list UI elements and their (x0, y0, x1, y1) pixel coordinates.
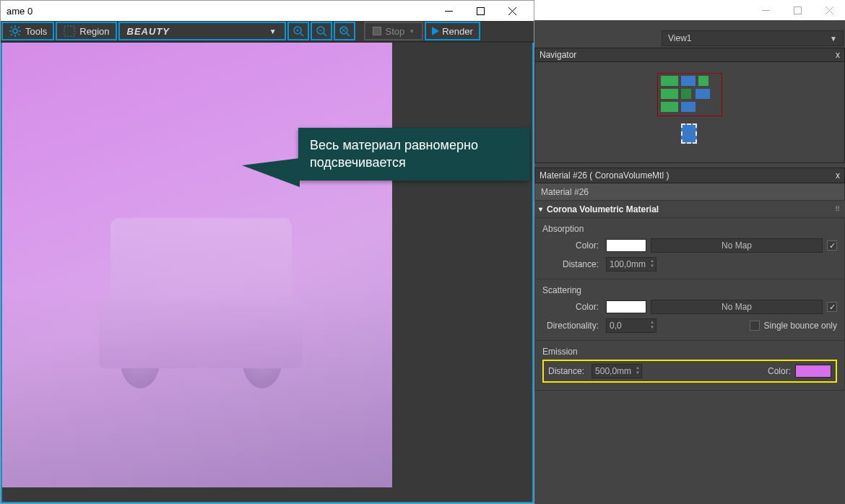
callout-line1: Весь материал равномерно (310, 136, 518, 154)
minimize-button[interactable] (433, 1, 464, 21)
chevron-down-icon: ▼ (409, 28, 415, 35)
emiss-dist-label: Distance: (548, 366, 587, 376)
svg-point-4 (13, 29, 17, 33)
region-label: Region (79, 26, 109, 37)
rollout-body: Absorption Color: No Map Distance: 100,0… (534, 218, 845, 391)
abs-dist-label: Distance: (542, 259, 602, 269)
zoom-in-button[interactable] (287, 22, 309, 40)
callout-line2: подсвечивается (310, 154, 518, 171)
material-name: Material #26 (541, 187, 589, 197)
region-button[interactable]: Region (56, 22, 116, 40)
close-icon[interactable]: x (836, 50, 840, 60)
emission-highlight-box: Distance: 500,0mm ▲▼ Color: (542, 360, 837, 383)
minimize-button[interactable] (750, 0, 781, 20)
scat-map-check[interactable] (827, 302, 837, 312)
navigator-title: Navigator (540, 50, 576, 60)
svg-line-11 (18, 27, 20, 28)
render-label: Render (442, 26, 473, 37)
chevron-down-icon: ▼ (830, 35, 837, 43)
abs-color-label: Color: (542, 240, 602, 251)
gear-icon (9, 25, 22, 38)
rollout-header[interactable]: Corona Volumetric Material ⠿ (534, 201, 845, 218)
svg-line-10 (18, 34, 20, 35)
rollout-title: Corona Volumetric Material (547, 204, 659, 214)
view-label: View1 (668, 33, 691, 43)
emiss-dist-spinner[interactable]: 500,0mm ▲▼ (592, 364, 642, 378)
tools-label: Tools (25, 26, 47, 37)
channel-select[interactable]: BEAUTY ▼ (118, 22, 286, 40)
play-icon (432, 27, 439, 35)
viewport-area: Весь материал равномерно подсвечивается (1, 43, 534, 503)
emiss-color-swatch[interactable] (795, 365, 831, 378)
material-editor-window: View1 ▼ Navigator x Material #26 ( Coron… (534, 0, 845, 504)
scat-color-swatch[interactable] (606, 300, 646, 313)
navigator-panel[interactable] (534, 62, 845, 163)
abs-map-button[interactable]: No Map (651, 238, 823, 253)
material-name-row: Material #26 (534, 183, 845, 201)
medit-titlebar (534, 0, 845, 20)
stop-label: Stop (386, 26, 405, 37)
scat-map-button[interactable]: No Map (651, 300, 823, 314)
vfb-titlebar: ame 0 (1, 1, 534, 21)
svg-line-9 (11, 27, 12, 28)
material-header-text: Material #26 ( CoronaVolumeMtl ) (540, 170, 669, 181)
close-button[interactable] (496, 1, 528, 21)
vfb-title-text: ame 0 (6, 6, 32, 17)
abs-dist-spinner[interactable]: 100,0mm ▲▼ (606, 257, 656, 271)
stop-button[interactable]: Stop ▼ (364, 22, 424, 40)
svg-line-19 (324, 33, 326, 36)
zoom-group (287, 21, 356, 41)
grip-icon: ⠿ (835, 205, 841, 213)
svg-line-15 (300, 33, 303, 36)
medit-body: View1 ▼ Navigator x Material #26 ( Coron… (534, 20, 845, 504)
view-row: View1 ▼ (534, 20, 845, 48)
svg-rect-1 (477, 7, 484, 14)
settings-button[interactable]: Tools (1, 22, 54, 40)
dir-label: Directionality: (542, 321, 602, 331)
stop-icon (373, 27, 381, 35)
maximize-button[interactable] (781, 0, 813, 20)
maximize-button[interactable] (464, 1, 496, 21)
emiss-color-label: Color: (768, 366, 791, 376)
vfb-window: ame 0 Tools Region BEAUTY ▼ (0, 0, 534, 504)
navigator-selected-node[interactable] (681, 123, 697, 144)
abs-color-swatch[interactable] (606, 239, 646, 252)
render-viewport[interactable] (2, 43, 392, 487)
view-dropdown[interactable]: View1 ▼ (662, 30, 844, 46)
single-bounce-check[interactable] (750, 321, 760, 331)
svg-line-12 (11, 34, 12, 35)
emission-title: Emission (542, 347, 837, 357)
chevron-down-icon: ▼ (269, 27, 277, 35)
close-icon[interactable]: x (836, 170, 840, 181)
navigator-header: Navigator x (534, 48, 845, 62)
vfb-toolbar: Tools Region BEAUTY ▼ Stop ▼ Render (1, 21, 534, 43)
abs-map-check[interactable] (827, 240, 837, 251)
annotation-callout: Весь материал равномерно подсвечивается (298, 128, 529, 181)
channel-value: BEAUTY (127, 26, 170, 37)
zoom-fit-button[interactable] (334, 22, 355, 40)
svg-rect-26 (794, 6, 801, 14)
zoom-out-button[interactable] (311, 22, 332, 40)
render-button[interactable]: Render (425, 22, 480, 40)
svg-line-22 (347, 33, 350, 36)
single-bounce-label: Single bounce only (764, 321, 837, 331)
svg-rect-13 (64, 26, 74, 36)
material-header: Material #26 ( CoronaVolumeMtl ) x (534, 168, 845, 183)
scat-color-label: Color: (542, 302, 602, 312)
close-button[interactable] (813, 0, 845, 20)
dir-spinner[interactable]: 0,0 ▲▼ (606, 318, 656, 333)
region-icon (63, 25, 76, 38)
scattering-title: Scattering (542, 285, 837, 295)
absorption-title: Absorption (542, 224, 837, 234)
